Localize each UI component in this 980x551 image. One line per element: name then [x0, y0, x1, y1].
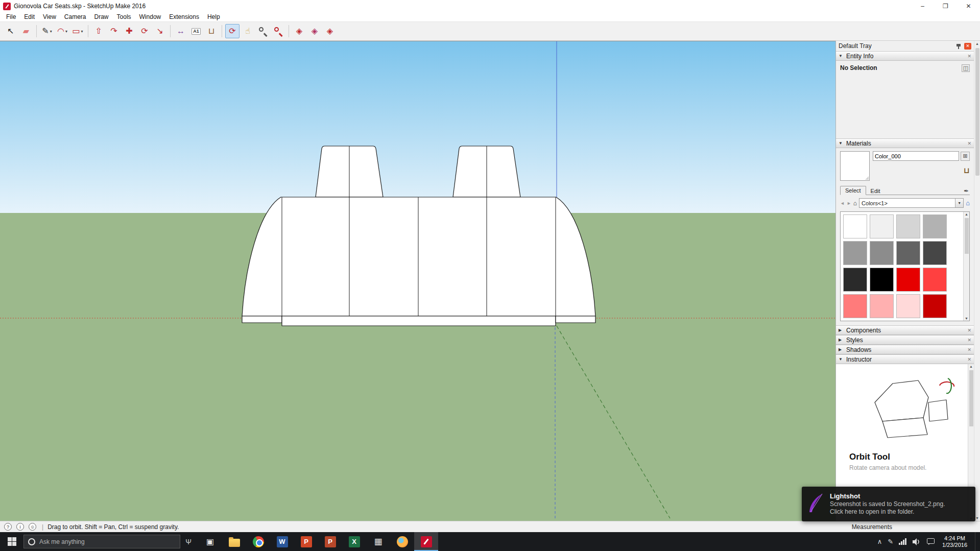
close-icon[interactable]: ✕: [967, 141, 971, 146]
close-button[interactable]: ✕: [957, 0, 980, 12]
seat-base-right[interactable]: [556, 316, 595, 323]
scrollbar-thumb[interactable]: [969, 370, 973, 426]
menu-file[interactable]: File: [2, 13, 20, 20]
taskbar-firefox[interactable]: [390, 532, 414, 551]
seat-base-left[interactable]: [242, 316, 282, 323]
color-swatch-2[interactable]: [896, 214, 920, 238]
dropdown-arrow-icon[interactable]: ▾: [65, 29, 67, 34]
network-icon[interactable]: [899, 538, 907, 545]
menu-camera[interactable]: Camera: [60, 13, 90, 20]
user-icon[interactable]: ☺: [29, 523, 36, 531]
close-icon[interactable]: ✕: [967, 328, 971, 333]
show-hidden-icons-chevron[interactable]: ∧: [877, 538, 882, 545]
color-swatch-1[interactable]: [870, 214, 894, 238]
shapes-tool-button[interactable]: ▭▾: [70, 24, 85, 38]
orbit-tool-button[interactable]: ⟳: [225, 24, 240, 38]
color-swatch-12[interactable]: [843, 294, 867, 318]
menu-view[interactable]: View: [39, 13, 60, 20]
taskbar-word[interactable]: W: [270, 532, 294, 551]
minimize-button[interactable]: –: [911, 0, 934, 12]
color-swatch-11[interactable]: [923, 268, 947, 292]
paint-bucket-tool-button[interactable]: ⊔: [204, 24, 219, 38]
arc-tool-button[interactable]: ◠▾: [55, 24, 69, 38]
color-swatch-6[interactable]: [896, 241, 920, 265]
seat-back[interactable]: [242, 197, 595, 316]
eraser-tool-button[interactable]: ▰: [19, 24, 33, 38]
taskbar-file-explorer[interactable]: [222, 532, 246, 551]
pan-tool-button[interactable]: ☝: [241, 24, 255, 38]
taskbar-sketchup[interactable]: [414, 532, 438, 551]
follow-me-tool-button[interactable]: ↷: [107, 24, 121, 38]
material-name-input[interactable]: [873, 151, 959, 161]
scrollbar-thumb[interactable]: [965, 218, 969, 254]
color-swatch-15[interactable]: [923, 294, 947, 318]
color-swatch-14[interactable]: [896, 294, 920, 318]
color-swatch-4[interactable]: [843, 241, 867, 265]
zoom-tool-button[interactable]: [256, 24, 270, 38]
dropdown-caret-icon[interactable]: ▼: [955, 199, 963, 207]
text-tool-button[interactable]: A1: [189, 24, 203, 38]
close-icon[interactable]: ✕: [967, 347, 971, 352]
color-swatch-9[interactable]: [870, 268, 894, 292]
section-instructor[interactable]: ▼ Instructor ✕: [836, 354, 974, 364]
cortana-search-input[interactable]: Ask me anything: [23, 535, 180, 548]
close-icon[interactable]: ✕: [967, 338, 971, 343]
extension-warehouse-tool-button[interactable]: ◈: [307, 24, 322, 38]
rotate-tool-button[interactable]: ⟳: [137, 24, 152, 38]
auto-hide-pin-icon[interactable]: [955, 43, 962, 50]
taskbar-calculator[interactable]: ▦: [366, 532, 390, 551]
scale-tool-button[interactable]: ↘: [153, 24, 167, 38]
section-components[interactable]: ▶Components✕: [836, 325, 974, 335]
color-swatch-0[interactable]: [843, 214, 867, 238]
3d-warehouse-tool-button[interactable]: ◈: [292, 24, 306, 38]
restore-button[interactable]: ❐: [934, 0, 957, 12]
paint-bucket-icon[interactable]: ⊔: [964, 166, 970, 175]
menu-edit[interactable]: Edit: [20, 13, 39, 20]
seat-base-center[interactable]: [282, 316, 556, 326]
taskbar-task-view[interactable]: ▣: [198, 532, 222, 551]
materials-collection-dropdown[interactable]: Colors<1> ▼: [859, 198, 964, 208]
section-shadows[interactable]: ▶Shadows✕: [836, 345, 974, 354]
move-tool-button[interactable]: ✚: [122, 24, 136, 38]
color-swatch-5[interactable]: [870, 241, 894, 265]
menu-tools[interactable]: Tools: [113, 13, 135, 20]
tape-measure-tool-button[interactable]: ↔: [174, 24, 188, 38]
color-swatch-10[interactable]: [896, 268, 920, 292]
section-entity-info[interactable]: ▼ Entity Info ✕: [836, 51, 974, 61]
lightshot-notification[interactable]: Lightshot Screenshot is saved to Screens…: [802, 487, 975, 521]
scrollbar-thumb[interactable]: [975, 48, 979, 176]
home-icon[interactable]: ⌂: [853, 200, 857, 207]
taskbar-publisher[interactable]: P: [318, 532, 342, 551]
dropdown-arrow-icon[interactable]: ▾: [50, 29, 52, 34]
zoom-extents-tool-button[interactable]: [271, 24, 285, 38]
volume-icon[interactable]: [913, 538, 921, 545]
material-preview[interactable]: [840, 151, 870, 181]
tray-scrollbar[interactable]: ▲ ▼: [974, 41, 980, 521]
help-icon[interactable]: ?: [4, 523, 12, 531]
notification-message-2[interactable]: Click here to open in the folder.: [830, 508, 945, 516]
line-tool-button[interactable]: ✎▾: [40, 24, 54, 38]
show-desktop-button[interactable]: [975, 532, 978, 551]
tab-edit[interactable]: Edit: [866, 187, 885, 195]
dropdown-arrow-icon[interactable]: ▾: [81, 29, 83, 34]
color-swatch-3[interactable]: [923, 214, 947, 238]
color-swatch-13[interactable]: [870, 294, 894, 318]
create-material-icon[interactable]: ⊞: [961, 152, 970, 161]
scroll-up-icon[interactable]: ▲: [975, 42, 979, 45]
section-styles[interactable]: ▶Styles✕: [836, 335, 974, 345]
color-swatch-8[interactable]: [843, 268, 867, 292]
swatch-scrollbar[interactable]: ▲ ▼: [963, 212, 969, 321]
microphone-icon[interactable]: Ψ: [182, 535, 195, 548]
taskbar-clock[interactable]: 4:24 PM 1/23/2016: [940, 535, 969, 548]
scroll-up-icon[interactable]: ▲: [965, 212, 968, 216]
start-button[interactable]: [0, 532, 23, 551]
viewport-3d[interactable]: [0, 41, 835, 521]
forward-icon[interactable]: ►: [847, 201, 851, 206]
scroll-up-icon[interactable]: ▲: [969, 365, 973, 368]
menu-help[interactable]: Help: [203, 13, 224, 20]
toggle-details-icon[interactable]: ◫: [962, 64, 970, 72]
scroll-down-icon[interactable]: ▼: [975, 516, 979, 520]
close-icon[interactable]: ✕: [967, 357, 971, 362]
model-info-tool-button[interactable]: ◈: [323, 24, 337, 38]
close-icon[interactable]: ✕: [967, 54, 971, 59]
